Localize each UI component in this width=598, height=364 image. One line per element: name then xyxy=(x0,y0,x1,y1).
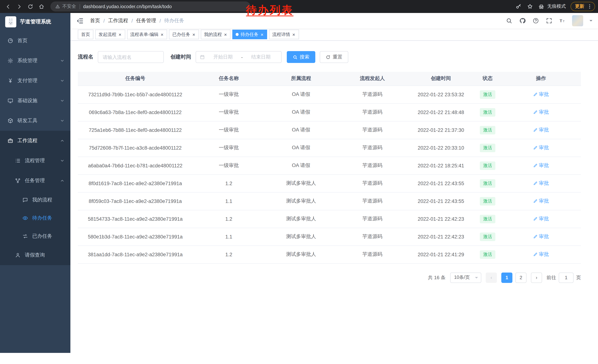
page-size-value: 10条/页 xyxy=(454,274,470,281)
browser-update-button[interactable]: 更新 xyxy=(571,2,595,11)
fullscreen-icon[interactable] xyxy=(545,17,552,24)
tab[interactable]: 流程详情 × xyxy=(269,30,299,39)
caret-down-icon[interactable] xyxy=(590,20,592,23)
close-icon[interactable]: × xyxy=(160,32,164,37)
security-indicator[interactable]: 不安全 xyxy=(55,3,76,10)
password-key-icon[interactable] xyxy=(515,3,522,10)
sidebar-item-my-process[interactable]: 我的流程 xyxy=(0,191,70,209)
approve-button[interactable]: 审批 xyxy=(533,198,549,204)
sidebar-item-task-management[interactable]: 任务管理 xyxy=(0,171,70,191)
table-row: 725a1eb6-7b88-11ec-8ef0-acde48001122 一级审… xyxy=(78,121,581,139)
breadcrumb-separator: / xyxy=(132,18,133,24)
approve-button[interactable]: 审批 xyxy=(533,162,549,169)
search-icon[interactable] xyxy=(505,17,512,24)
browser-reload-button[interactable] xyxy=(25,1,36,12)
prev-page-button[interactable]: ‹ xyxy=(486,272,497,283)
sidebar-item-leave-query[interactable]: 请假查询 xyxy=(0,245,70,265)
approve-button[interactable]: 审批 xyxy=(533,91,549,98)
search-button[interactable]: 搜索 xyxy=(287,51,315,63)
caret-down-icon xyxy=(475,277,478,280)
monitor-icon xyxy=(8,98,13,104)
sidebar-item-done-task[interactable]: 已办任务 xyxy=(0,227,70,245)
breadcrumb-link[interactable]: 工作流程 xyxy=(108,17,128,24)
close-icon[interactable]: × xyxy=(192,32,195,37)
edit-pencil-icon xyxy=(533,181,537,186)
status-badge: 激活 xyxy=(480,126,495,134)
cell-task-name: 一级审批 xyxy=(193,157,265,174)
reset-button[interactable]: 重置 xyxy=(320,51,348,63)
sidebar-toggle-button[interactable] xyxy=(76,17,84,25)
next-page-button[interactable]: › xyxy=(531,272,542,283)
sidebar-item-payment[interactable]: 支付管理 xyxy=(0,71,70,91)
approve-button[interactable]: 审批 xyxy=(533,251,549,258)
approve-button[interactable]: 审批 xyxy=(533,216,549,222)
sidebar-item-workflow[interactable]: 工作流程 xyxy=(0,131,70,151)
github-icon[interactable] xyxy=(519,17,526,24)
address-bar[interactable]: 不安全 dashboard.yudao.iocoder.cn/bpm/task/… xyxy=(50,1,250,11)
browser-home-button[interactable] xyxy=(36,1,47,12)
tab[interactable]: 已办任务 × xyxy=(169,30,199,39)
approve-button[interactable]: 审批 xyxy=(533,109,549,115)
sidebar-item-label: 系统管理 xyxy=(17,57,37,64)
table-row: 8f059c03-7ac8-11ec-a9e2-a2380e71991a 1.1… xyxy=(78,192,581,210)
todo-table: 任务编号任务名称所属流程流程发起人创建时间状态操作 73211d9d-7b9b-… xyxy=(78,72,581,263)
warning-triangle-icon xyxy=(55,4,60,9)
bottom-whitespace xyxy=(0,353,598,364)
sidebar-item-system[interactable]: 系统管理 xyxy=(0,51,70,71)
navbar-actions: TT xyxy=(505,15,592,26)
breadcrumb-link[interactable]: 待办任务 xyxy=(164,17,184,24)
tab[interactable]: 流程表单-编辑 × xyxy=(127,30,167,39)
sidebar-item-todo-task[interactable]: 待办任务 xyxy=(0,209,70,227)
sidebar-item-infrastructure[interactable]: 基础设施 xyxy=(0,91,70,111)
date-range-picker[interactable]: 开始日期 - 结束日期 xyxy=(196,51,282,63)
close-icon[interactable]: × xyxy=(260,32,264,37)
approve-button[interactable]: 审批 xyxy=(533,127,549,133)
end-date-placeholder: 结束日期 xyxy=(244,54,277,60)
list-icon xyxy=(15,158,21,164)
close-icon[interactable]: × xyxy=(118,32,122,37)
browser-toolbar: 不安全 dashboard.yudao.iocoder.cn/bpm/task/… xyxy=(0,0,598,13)
tab[interactable]: 发起流程 × xyxy=(95,30,125,39)
tab[interactable]: 我的流程 × xyxy=(201,30,231,39)
sidebar-item-home[interactable]: 首页 xyxy=(0,31,70,51)
page-size-select[interactable]: 10条/页 xyxy=(450,272,481,283)
column-header: 任务名称 xyxy=(193,72,265,86)
help-icon[interactable] xyxy=(532,17,539,24)
breadcrumb-link[interactable]: 任务管理 xyxy=(136,17,156,24)
reset-button-label: 重置 xyxy=(333,54,342,60)
sidebar-item-process-management[interactable]: 流程管理 xyxy=(0,151,70,171)
tab[interactable]: 待办任务 × xyxy=(233,30,267,39)
approve-button[interactable]: 审批 xyxy=(533,233,549,240)
user-avatar[interactable] xyxy=(572,15,583,26)
font-size-icon[interactable]: TT xyxy=(559,17,566,24)
back-arrow-icon xyxy=(5,4,11,9)
logo-image xyxy=(5,16,16,27)
column-header: 操作 xyxy=(501,72,581,86)
cell-process: OA 请假 xyxy=(265,86,337,103)
table-row: 381aa1dd-7ac8-11ec-a9e2-a2380e71991a 1.2… xyxy=(78,245,581,263)
close-icon[interactable]: × xyxy=(224,32,227,37)
page-number-button[interactable]: 1 xyxy=(501,272,512,283)
approve-button[interactable]: 审批 xyxy=(533,145,549,151)
browser-back-button[interactable] xyxy=(3,1,13,12)
sitemap-icon xyxy=(15,178,21,184)
cell-process: OA 请假 xyxy=(265,139,337,157)
sidebar-item-devtools[interactable]: 研发工具 xyxy=(0,111,70,131)
breadcrumb-link[interactable]: 首页 xyxy=(90,17,100,24)
approve-button[interactable]: 审批 xyxy=(533,180,549,187)
edit-pencil-icon xyxy=(533,128,537,132)
app-logo[interactable]: 芋道管理系统 xyxy=(0,13,70,31)
browser-forward-button[interactable] xyxy=(14,1,25,12)
tab[interactable]: 首页 × xyxy=(78,30,93,39)
bookmark-star-icon[interactable] xyxy=(526,3,533,10)
cell-task-id: 58154733-7ac8-11ec-a9e2-a2380e71991a xyxy=(78,210,193,228)
page-number-button[interactable]: 2 xyxy=(515,272,526,283)
close-icon[interactable]: × xyxy=(292,32,295,37)
cell-task-name: 1.2 xyxy=(193,210,265,228)
process-name-input[interactable] xyxy=(98,51,164,63)
cell-created: 2022-01-21 22:42:23 xyxy=(407,228,474,245)
chevron-down-icon xyxy=(60,119,65,123)
table-row: 8f0d1619-7ac8-11ec-a9e2-a2380e71991a 1.2… xyxy=(78,174,581,192)
goto-page-input[interactable] xyxy=(559,272,573,283)
cell-initiator: 芋道源码 xyxy=(337,174,407,192)
